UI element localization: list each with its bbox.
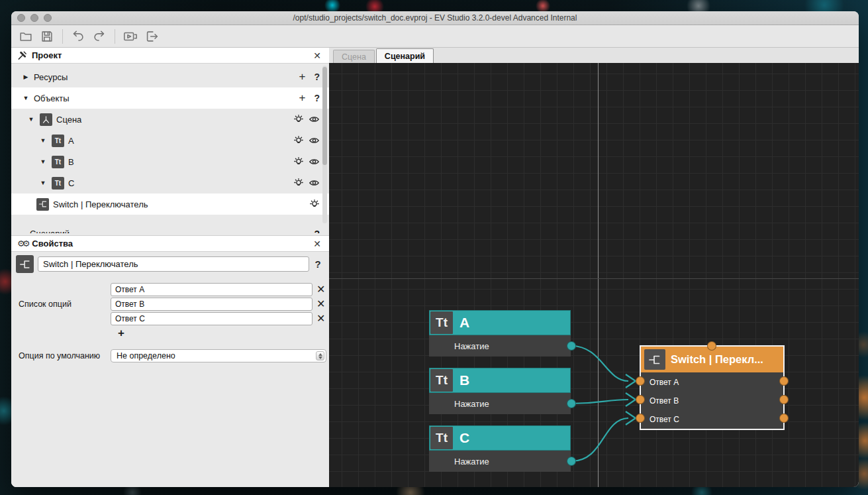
tab-scene[interactable]: Сцена <box>333 50 375 63</box>
close-icon[interactable]: ✕ <box>313 51 321 60</box>
option-row: ✕ <box>111 312 329 325</box>
chevron-down-icon[interactable]: ▼ <box>22 95 30 101</box>
option-input[interactable] <box>111 298 313 311</box>
node-title: Switch | Перекл... <box>671 353 763 366</box>
section-objects[interactable]: ▼ Объекты + ? <box>11 87 329 109</box>
remove-option-icon[interactable]: ✕ <box>316 299 325 309</box>
visibility-eye-icon[interactable] <box>309 156 320 167</box>
node-text-b[interactable]: Tt B Нажатие <box>429 368 571 414</box>
project-scrollbar[interactable] <box>322 66 327 223</box>
output-port[interactable] <box>567 457 576 466</box>
save-icon <box>40 29 54 44</box>
tree-item-b[interactable]: ▼ Tt B <box>11 151 329 172</box>
node-output-label: Нажатие <box>429 341 489 351</box>
stepper-icon[interactable] <box>316 351 324 360</box>
chevron-down-icon[interactable]: ▼ <box>39 137 47 144</box>
chevron-down-icon[interactable]: ▼ <box>27 116 35 123</box>
add-object-button[interactable]: + <box>299 91 306 105</box>
highlight-icon[interactable] <box>293 156 304 167</box>
redo-button[interactable] <box>90 28 109 45</box>
node-output-label: Нажатие <box>429 457 489 467</box>
node-title: C <box>459 430 469 446</box>
default-option-select[interactable]: Не определено <box>111 349 326 362</box>
option-row: ✕ <box>111 298 329 311</box>
node-switch[interactable]: Switch | Перекл... Ответ A Ответ B Ответ… <box>641 347 783 429</box>
input-port[interactable] <box>636 376 645 386</box>
app-window: /opt/studio_projects/switch_doc.evproj -… <box>11 11 859 487</box>
preview-button[interactable] <box>121 28 140 45</box>
option-input[interactable] <box>111 312 313 325</box>
scene-icon <box>40 113 52 126</box>
desktop-background: /opt/studio_projects/switch_doc.evproj -… <box>0 0 868 495</box>
visibility-eye-icon[interactable] <box>309 135 320 146</box>
editor-column: Сцена Сценарий <box>329 48 859 487</box>
object-name-input[interactable] <box>38 256 309 272</box>
project-panel-title: Проект <box>32 50 62 60</box>
properties-panel-title: Свойства <box>32 239 73 248</box>
highlight-icon[interactable] <box>293 114 304 125</box>
help-objects-button[interactable]: ? <box>314 93 320 103</box>
chevron-down-icon[interactable]: ▼ <box>39 180 47 186</box>
scrollbar-thumb[interactable] <box>322 67 327 165</box>
remove-option-icon[interactable]: ✕ <box>316 313 325 324</box>
switch-row-b: Ответ B <box>641 392 783 410</box>
undo-button[interactable] <box>69 28 87 45</box>
visibility-eye-icon[interactable] <box>309 178 320 188</box>
close-icon[interactable]: ✕ <box>313 239 321 248</box>
switch-row-c: Ответ C <box>641 410 783 429</box>
node-title: A <box>459 315 469 331</box>
remove-option-icon[interactable]: ✕ <box>316 284 325 295</box>
tree-item-c[interactable]: ▼ Tt C <box>11 172 329 193</box>
visibility-eye-icon[interactable] <box>309 114 320 125</box>
add-resource-button[interactable]: + <box>299 70 306 83</box>
output-port[interactable] <box>779 395 789 404</box>
switch-object-icon <box>16 255 34 273</box>
help-resources-button[interactable]: ? <box>314 72 320 82</box>
input-port-top[interactable] <box>707 341 716 351</box>
highlight-icon[interactable] <box>293 135 304 146</box>
open-project-button[interactable] <box>17 28 35 45</box>
node-canvas[interactable]: Tt A Нажатие Tt B <box>329 63 859 487</box>
node-text-a[interactable]: Tt A Нажатие <box>429 310 571 357</box>
output-port[interactable] <box>567 341 576 351</box>
text-object-icon: Tt <box>52 177 64 190</box>
output-port[interactable] <box>779 376 789 386</box>
section-scenario-clipped[interactable]: Сценарий ? <box>11 223 329 233</box>
left-panel-column: Проект ✕ ▶ Ресурсы + ? ▼ Объ <box>11 48 329 487</box>
chevron-down-icon[interactable]: ▼ <box>39 158 47 165</box>
tree-item-switch[interactable]: Switch | Переключатель <box>11 193 329 215</box>
project-panel: Проект ✕ ▶ Ресурсы + ? ▼ Объ <box>11 48 329 236</box>
options-list-block: Список опций ✕ ✕ <box>11 283 329 325</box>
help-scenario-button[interactable]: ? <box>314 229 320 233</box>
text-object-icon: Tt <box>52 156 64 168</box>
help-name-button[interactable]: ? <box>313 258 322 270</box>
chevron-right-icon[interactable]: ▶ <box>22 74 30 80</box>
output-port[interactable] <box>567 399 576 408</box>
project-panel-header: Проект ✕ <box>11 48 329 64</box>
tree-item-a[interactable]: ▼ Tt A <box>11 130 329 151</box>
default-option-label: Опция по умолчанию <box>11 351 111 360</box>
toolbar-separator <box>62 29 63 44</box>
toolbar-separator <box>115 29 115 44</box>
export-button[interactable] <box>142 28 161 45</box>
node-text-c[interactable]: Tt C Нажатие <box>429 425 571 472</box>
node-output-label: Нажатие <box>429 399 489 409</box>
option-input[interactable] <box>111 283 313 296</box>
redo-icon <box>92 29 107 44</box>
input-port[interactable] <box>636 413 645 423</box>
highlight-icon[interactable] <box>293 178 304 188</box>
window-title: /opt/studio_projects/switch_doc.evproj -… <box>11 13 859 23</box>
undo-icon <box>71 29 85 44</box>
section-resources[interactable]: ▶ Ресурсы + ? <box>11 66 329 87</box>
save-project-button[interactable] <box>38 28 56 45</box>
highlight-icon[interactable] <box>309 199 320 209</box>
add-option-button[interactable]: + <box>118 327 128 340</box>
output-port[interactable] <box>779 413 789 423</box>
options-list-label: Список опций <box>11 283 111 325</box>
tree-item-scene[interactable]: ▼ Сцена <box>11 109 329 130</box>
input-port[interactable] <box>636 395 645 404</box>
text-object-icon: Tt <box>430 427 453 449</box>
switch-object-icon <box>644 349 665 370</box>
tab-scenario[interactable]: Сценарий <box>376 48 434 63</box>
titlebar: /opt/studio_projects/switch_doc.evproj -… <box>11 11 859 25</box>
